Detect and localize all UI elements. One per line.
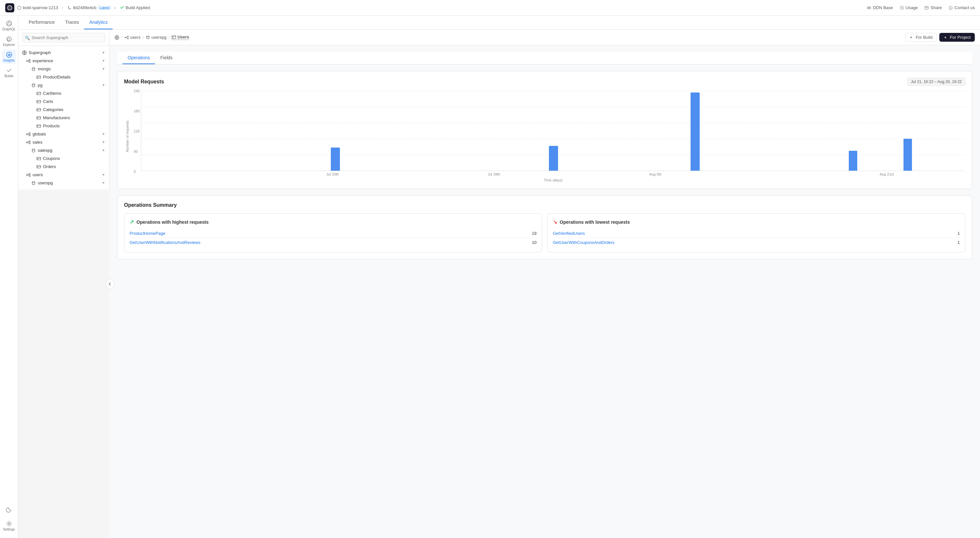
- nav-settings-label: Settings: [3, 528, 15, 531]
- nav-builds[interactable]: Builds: [2, 65, 16, 80]
- ops-lowest-title: Operations with lowest requests: [560, 220, 630, 225]
- tree-userspg-label: userspg: [38, 180, 53, 185]
- tree-categories[interactable]: Categories: [18, 105, 109, 114]
- chevron-userspg: ▼: [102, 181, 105, 185]
- breadcrumb-globe[interactable]: [115, 35, 119, 40]
- tab-analytics[interactable]: Analytics: [84, 16, 113, 29]
- svg-rect-41: [172, 35, 176, 38]
- y-tick-180: 180: [134, 109, 140, 113]
- chevron-sales: ▼: [102, 140, 105, 144]
- ops-summary-title: Operations Summary: [124, 202, 177, 208]
- tree-experience[interactable]: experience ▼: [18, 57, 109, 65]
- sidebar-collapse-btn[interactable]: [105, 279, 115, 288]
- svg-point-25: [29, 135, 30, 136]
- tab-traces[interactable]: Traces: [60, 16, 84, 29]
- breadcrumb-users[interactable]: users: [124, 35, 141, 40]
- share-btn[interactable]: Share: [924, 5, 942, 10]
- ops-lowest-row-1: GetVerifiedUsers 1: [553, 229, 960, 238]
- breadcrumb-users-table[interactable]: Users: [172, 35, 189, 40]
- icon-bar: GraphQL Explorer Insights Builds Setting…: [0, 16, 18, 538]
- tree-users[interactable]: users ▼: [18, 171, 109, 179]
- nav-insights[interactable]: Insights: [2, 49, 16, 64]
- model-requests-title: Model Requests: [124, 79, 164, 85]
- chevron-supergraph: ▼: [102, 51, 105, 54]
- build-status: Build Applied: [120, 5, 150, 10]
- svg-point-10: [8, 523, 10, 525]
- ops-lowest-link-1[interactable]: GetVerifiedUsers: [553, 231, 585, 236]
- contact-btn[interactable]: Contact us: [948, 5, 975, 10]
- tree-supergraph[interactable]: Supergraph ▼: [18, 49, 109, 57]
- tree-globals[interactable]: globals ▼: [18, 130, 109, 138]
- x-label-jul20: Jul 20th: [306, 172, 360, 177]
- tree-experience-label: experience: [33, 58, 53, 63]
- ops-highest-count-1: 19: [532, 231, 536, 236]
- tree-categories-label: Categories: [43, 107, 64, 112]
- tab-performance[interactable]: Performance: [24, 16, 60, 29]
- x-spacer-2: [360, 172, 467, 177]
- topbar-right: DDN Base Usage Share Contact us: [867, 5, 975, 10]
- tree-mongo[interactable]: mongo ▼: [18, 65, 109, 73]
- tree-products[interactable]: Products: [18, 122, 109, 130]
- x-label-aug21: Aug 21st: [843, 172, 929, 177]
- tree-salespg[interactable]: salespg ▼: [18, 146, 109, 154]
- tree-coupons[interactable]: Coupons: [18, 154, 109, 162]
- usage-btn[interactable]: Usage: [900, 5, 918, 10]
- tree-sales[interactable]: sales ▼: [18, 138, 109, 146]
- y-tick-120: 120: [134, 129, 140, 133]
- for-build-btn[interactable]: For Build: [905, 33, 937, 42]
- svg-rect-19: [37, 100, 41, 103]
- tree-manufacturers[interactable]: Manufacturers: [18, 114, 109, 122]
- chevron-salespg: ▼: [102, 148, 105, 152]
- sub-tab-fields[interactable]: Fields: [155, 52, 177, 64]
- y-tick-0: 0: [134, 170, 140, 173]
- tree-orders[interactable]: Orders: [18, 162, 109, 171]
- svg-point-24: [29, 132, 30, 134]
- model-requests-section: Model Requests Jul 21, 16:22 – Aug 20, 1…: [117, 71, 972, 189]
- x-spacer-3: [521, 172, 629, 177]
- bar-chart: Number of requests 240 180 120 60 0: [124, 91, 965, 182]
- tree-cartitems[interactable]: CartItems: [18, 89, 109, 97]
- trend-down-icon: ↘: [553, 219, 557, 225]
- ops-summary-section: Operations Summary ↗ Operations with hig…: [117, 196, 972, 259]
- nav-insights-label: Insights: [3, 59, 14, 62]
- svg-point-28: [29, 143, 30, 144]
- nav-settings[interactable]: Settings: [2, 519, 16, 533]
- breadcrumb-userspg[interactable]: userspg: [146, 35, 166, 40]
- y-tick-60: 60: [134, 150, 140, 153]
- breadcrumb-users-table-label: Users: [177, 35, 189, 40]
- for-project-btn[interactable]: For Project: [939, 33, 975, 42]
- project-name[interactable]: bold-sparrow-1213: [17, 5, 58, 10]
- x-axis-label: Time (days): [141, 178, 965, 182]
- ops-highest-link-1[interactable]: ProductHomePage: [130, 231, 165, 236]
- tree-sales-label: sales: [33, 140, 42, 145]
- tree-users-label: users: [33, 172, 43, 177]
- tree-pg-label: pg: [38, 83, 42, 88]
- latest-badge: Latest: [98, 6, 111, 10]
- breadcrumb-userspg-label: userspg: [151, 35, 166, 40]
- topbar: bold-sparrow-1213 / 8d2489e4cb Latest Bu…: [0, 0, 980, 16]
- x-label-jul28: Jul 28th: [467, 172, 521, 177]
- nav-explorer[interactable]: Explorer: [2, 34, 16, 48]
- x-spacer-4: [682, 172, 844, 177]
- tree-productdetails[interactable]: ProductDetails: [18, 73, 109, 81]
- svg-point-35: [32, 181, 35, 183]
- nav-dark-mode[interactable]: [2, 503, 16, 517]
- ops-summary-header: Operations Summary: [124, 202, 965, 208]
- main-nav-tabs: Performance Traces Analytics: [18, 16, 980, 30]
- tree-carts[interactable]: Carts: [18, 97, 109, 105]
- trend-up-icon: ↗: [130, 219, 134, 225]
- svg-point-1: [18, 6, 21, 10]
- ops-lowest-link-2[interactable]: GetUserWithCouponsAndOrders: [553, 240, 614, 245]
- tree-pg[interactable]: pg ▼: [18, 81, 109, 89]
- ops-lowest-row-2: GetUserWithCouponsAndOrders 1: [553, 238, 960, 247]
- search-input[interactable]: [22, 33, 105, 42]
- nav-graphql[interactable]: GraphQL: [2, 18, 16, 33]
- ops-highest-link-2[interactable]: GetUserWithNotificationsAndReviews: [130, 240, 200, 245]
- ddn-base-btn[interactable]: DDN Base: [867, 5, 893, 10]
- bar-jul28: [331, 148, 340, 171]
- ops-highest-title: Operations with highest requests: [137, 220, 209, 225]
- x-label-aug5: Aug 5th: [628, 172, 682, 177]
- sub-tab-operations[interactable]: Operations: [123, 52, 155, 64]
- branch-ref[interactable]: 8d2489e4cb Latest: [67, 5, 117, 10]
- tree-userspg[interactable]: userspg ▼: [18, 179, 109, 187]
